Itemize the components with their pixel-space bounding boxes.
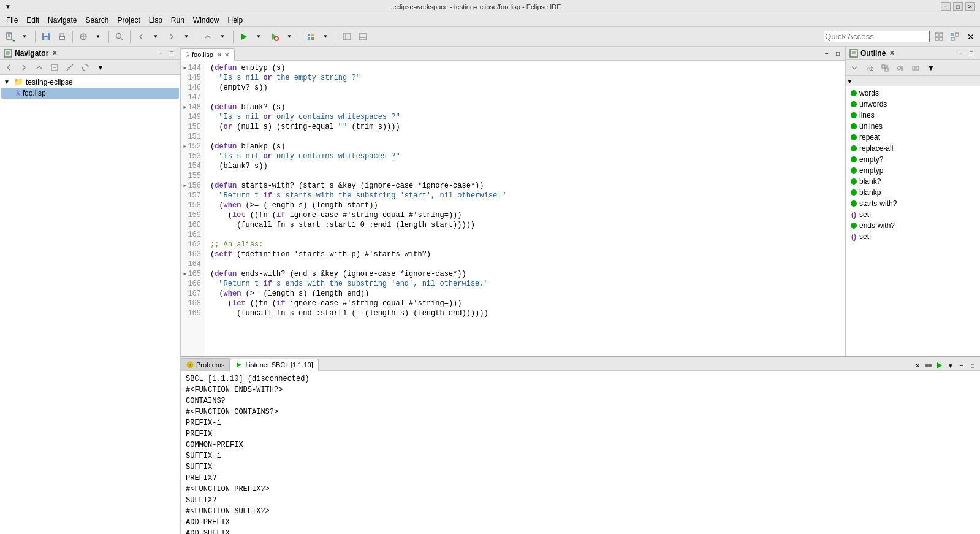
minimize-button[interactable]: −	[941, 2, 951, 11]
external-tools-dropdown[interactable]: ▼	[318, 29, 333, 44]
up-button[interactable]	[200, 29, 215, 44]
outline-item-emptyp-7[interactable]: emptyp	[847, 165, 979, 176]
navigator-maximize[interactable]: □	[167, 48, 177, 58]
tree-project[interactable]: ▼ 📁 testing-eclipse	[1, 76, 179, 88]
fold-arrow[interactable]: ▶	[184, 181, 187, 191]
new-button[interactable]	[2, 29, 17, 44]
outline-item-blank?-8[interactable]: blank?	[847, 176, 979, 187]
menu-help[interactable]: Help	[224, 15, 247, 26]
line-number-163: 163	[181, 250, 205, 259]
outline-header: Outline ✕ − □	[846, 47, 980, 60]
outline-hide-fields[interactable]	[893, 61, 908, 75]
bottom-tab-listener[interactable]: Listener SBCL [1.1.10]	[230, 359, 318, 371]
outline-collapse-toggle[interactable]: ▼	[846, 76, 980, 86]
bottom-disconnect-btn[interactable]	[924, 360, 933, 370]
run-button[interactable]	[237, 29, 251, 44]
tab-close-btn[interactable]: ✕	[224, 51, 229, 58]
outline-item-lines-2[interactable]: lines	[847, 110, 979, 121]
menu-window[interactable]: Window	[189, 15, 223, 26]
outline-item-blankp-9[interactable]: blankp	[847, 187, 979, 198]
bottom-maximize[interactable]: □	[968, 360, 978, 370]
editor-minimize[interactable]: −	[822, 48, 832, 58]
code-line-153: "Is s nil or only contains whitespaces ?…	[210, 151, 840, 161]
bottom-content[interactable]: SBCL [1.1.10] (disconnected) #<FUNCTION …	[181, 371, 980, 534]
nav-up-btn[interactable]	[32, 60, 47, 75]
editor-maximize[interactable]: □	[833, 48, 843, 58]
navigator-minimize[interactable]: −	[156, 48, 165, 58]
code-area[interactable]: (defun emptyp (s) "Is s nil or the empty…	[205, 61, 845, 356]
menu-navigate[interactable]: Navigate	[44, 15, 80, 26]
outline-item-unlines-3[interactable]: unlines	[847, 121, 979, 132]
outline-item-ends-with?-12[interactable]: ends-with?	[847, 220, 979, 231]
restore-button[interactable]: □	[953, 2, 963, 11]
outline-maximize[interactable]: □	[967, 48, 976, 58]
outline-sort-alpha[interactable]: Az	[862, 61, 877, 75]
nav-collapse-all[interactable]	[47, 60, 62, 75]
bottom-tab-problems[interactable]: ! Problems	[181, 358, 230, 370]
toggle-bottom-panel[interactable]	[355, 29, 370, 44]
open-perspective-button[interactable]	[948, 30, 962, 44]
perspectives-button[interactable]	[932, 30, 946, 44]
line-number-149: 149	[181, 112, 205, 122]
outline-item-setf-11[interactable]: ()setf	[847, 209, 979, 220]
print-button[interactable]	[55, 29, 69, 44]
publish-dropdown[interactable]: ▼	[91, 29, 105, 44]
nav-back-btn[interactable]	[1, 60, 16, 75]
nav-more[interactable]: ▼	[93, 60, 108, 75]
close-button[interactable]: ✕	[965, 2, 975, 11]
debug-dropdown[interactable]: ▼	[282, 29, 297, 44]
forward-button[interactable]	[164, 29, 179, 44]
fold-arrow[interactable]: ▶	[184, 102, 187, 112]
svg-rect-11	[60, 37, 64, 39]
tree-expand-arrow[interactable]: ▼	[4, 78, 11, 85]
search-button[interactable]	[112, 29, 127, 44]
outline-item-empty?-6[interactable]: empty?	[847, 154, 979, 165]
up-dropdown[interactable]: ▼	[215, 29, 230, 44]
fold-arrow[interactable]: ▶	[184, 142, 187, 151]
bottom-minimize[interactable]: −	[957, 360, 967, 370]
outline-item-starts-with?-10[interactable]: starts-with?	[847, 198, 979, 209]
menu-file[interactable]: File	[2, 15, 21, 26]
fold-arrow[interactable]: ▶	[184, 63, 187, 73]
outline-item-words-0[interactable]: words	[847, 88, 979, 99]
outline-collapse[interactable]	[847, 61, 862, 75]
new-dropdown[interactable]: ▼	[17, 29, 32, 44]
svg-rect-33	[940, 37, 943, 40]
back-dropdown[interactable]: ▼	[148, 29, 163, 44]
nav-link-editor[interactable]	[63, 60, 77, 75]
external-tools-button[interactable]	[303, 29, 318, 44]
svg-point-21	[275, 37, 278, 40]
bottom-run-btn[interactable]	[935, 360, 944, 370]
debug-button[interactable]	[267, 29, 282, 44]
quick-access-input[interactable]	[824, 31, 930, 42]
outline-dropdown[interactable]: ▼	[924, 61, 938, 75]
menu-run[interactable]: Run	[167, 15, 188, 26]
forward-dropdown[interactable]: ▼	[179, 29, 194, 44]
nav-sync-btn[interactable]	[78, 60, 93, 75]
outline-item-replace-all-5[interactable]: replace-all	[847, 143, 979, 154]
outline-item-repeat-4[interactable]: repeat	[847, 132, 979, 143]
app-menu-arrow[interactable]: ▼	[5, 3, 11, 10]
close-perspective-button[interactable]: ✕	[964, 30, 978, 44]
bottom-clear-btn[interactable]: ✕	[913, 360, 922, 370]
menu-search[interactable]: Search	[82, 15, 112, 26]
back-button[interactable]	[134, 29, 148, 44]
menu-project[interactable]: Project	[113, 15, 143, 26]
nav-forward-btn[interactable]	[17, 60, 31, 75]
outline-hide-static[interactable]	[908, 61, 923, 75]
outline-item-setf-13[interactable]: ()setf	[847, 231, 979, 242]
fold-arrow[interactable]: ▶	[184, 269, 187, 279]
save-button[interactable]	[39, 29, 53, 44]
toggle-left-panel[interactable]	[340, 29, 354, 44]
editor-tab-foo-lisp[interactable]: λ foo.lisp ✕ ✕	[181, 48, 235, 61]
run-dropdown[interactable]: ▼	[251, 29, 266, 44]
outline-minimize[interactable]: −	[955, 48, 965, 58]
code-line-165: (defun ends-with? (end s &key (ignore-ca…	[210, 269, 840, 279]
bottom-dropdown[interactable]: ▼	[946, 360, 955, 370]
outline-item-unwords-1[interactable]: unwords	[847, 99, 979, 110]
tree-file[interactable]: λ foo.lisp	[1, 88, 179, 99]
outline-sort-type[interactable]	[878, 61, 892, 75]
menu-edit[interactable]: Edit	[23, 15, 43, 26]
menu-lisp[interactable]: Lisp	[145, 15, 166, 26]
publish-button[interactable]	[76, 29, 91, 44]
